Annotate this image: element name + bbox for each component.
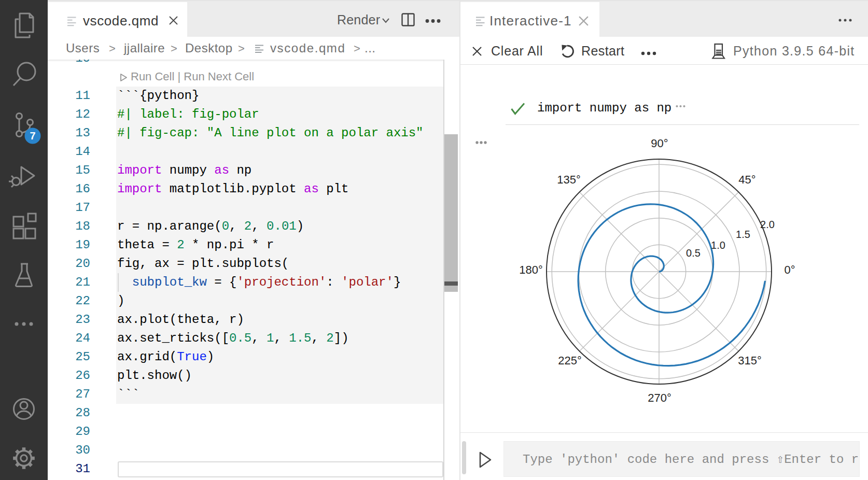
svg-text:1.0: 1.0 xyxy=(711,239,725,251)
svg-text:45°: 45° xyxy=(738,173,755,186)
svg-text:90°: 90° xyxy=(651,137,668,150)
svg-text:1.5: 1.5 xyxy=(736,229,750,240)
svg-text:315°: 315° xyxy=(738,354,762,367)
svg-text:0°: 0° xyxy=(784,263,795,276)
svg-text:135°: 135° xyxy=(557,173,581,186)
svg-text:270°: 270° xyxy=(648,391,671,404)
svg-text:180°: 180° xyxy=(519,263,543,276)
svg-text:0.5: 0.5 xyxy=(686,247,701,259)
svg-text:2.0: 2.0 xyxy=(760,219,775,230)
svg-text:225°: 225° xyxy=(558,354,582,367)
